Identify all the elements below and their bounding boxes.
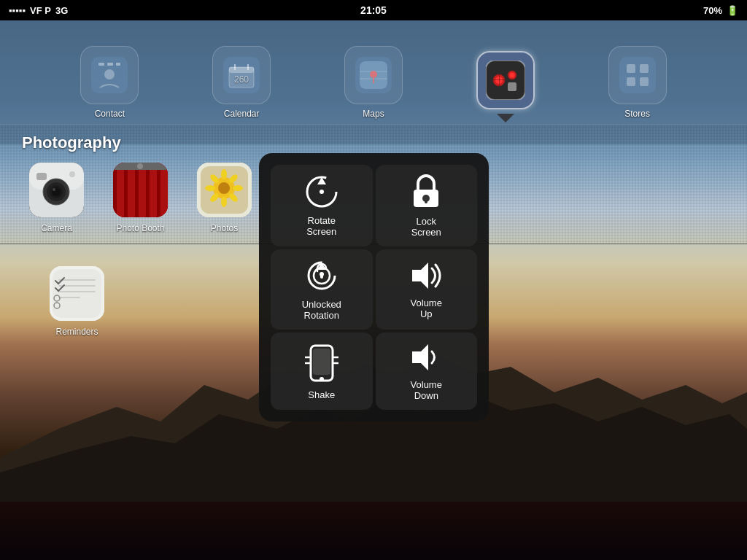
svg-rect-41 xyxy=(69,171,75,177)
svg-marker-74 xyxy=(412,262,428,289)
photos-label: Photos xyxy=(211,223,238,233)
photobooth-folder-icon xyxy=(476,51,535,109)
volume-down-icon xyxy=(408,341,444,373)
qa-shake[interactable]: Shake xyxy=(271,332,373,410)
svg-rect-5 xyxy=(116,63,120,66)
qa-volume-down[interactable]: VolumeDown xyxy=(376,332,478,410)
unlocked-rotation-icon xyxy=(304,258,339,293)
dock-item-stores[interactable]: Stores xyxy=(608,46,667,119)
svg-text:260: 260 xyxy=(234,74,249,85)
lock-screen-icon xyxy=(411,174,441,210)
svg-rect-88 xyxy=(58,297,80,298)
reminders-label: Reminders xyxy=(55,327,98,337)
rotate-screen-label: RotateScreen xyxy=(306,215,336,237)
network-type: 3G xyxy=(55,5,68,16)
lock-screen-label: LockScreen xyxy=(411,216,441,238)
photobooth-app-icon xyxy=(113,163,168,217)
svg-point-77 xyxy=(320,377,324,381)
photobooth-label: Photo Booth xyxy=(116,223,164,233)
reminders-icon xyxy=(50,266,104,321)
svg-rect-85 xyxy=(58,279,96,281)
calendar-label: Calendar xyxy=(224,109,260,119)
camera-label: Camera xyxy=(41,223,72,233)
battery-label: 70% xyxy=(703,5,722,16)
svg-rect-3 xyxy=(98,63,104,66)
svg-rect-46 xyxy=(139,163,146,217)
signal-bars: ▪▪▪▪▪ xyxy=(9,5,26,16)
svg-rect-45 xyxy=(128,163,135,217)
stores-icon-bg xyxy=(608,46,667,104)
folder-apps: Camera Photo Booth xyxy=(22,163,252,233)
svg-rect-4 xyxy=(107,63,113,66)
contact-icon-bg xyxy=(80,46,139,104)
svg-rect-27 xyxy=(619,57,656,93)
qa-unlocked-rotation[interactable]: UnlockedRotation xyxy=(271,249,373,330)
dock-item-maps[interactable]: Maps xyxy=(344,46,403,119)
folder-app-camera[interactable]: Camera xyxy=(29,163,84,233)
dock-item-photobooth-folder[interactable] xyxy=(476,51,535,114)
svg-point-57 xyxy=(205,185,215,191)
unlocked-rotation-label: UnlockedRotation xyxy=(302,299,341,321)
svg-rect-40 xyxy=(36,173,47,180)
svg-rect-23 xyxy=(493,79,505,80)
svg-point-73 xyxy=(320,272,324,276)
status-right: 70% 🔋 xyxy=(703,5,738,16)
camera-app-icon xyxy=(29,163,84,217)
svg-point-56 xyxy=(221,197,227,207)
folder-title: Photography xyxy=(22,133,121,152)
status-left: ▪▪▪▪▪ VF P 3G xyxy=(9,5,68,16)
folder-app-photos[interactable]: Photos xyxy=(197,163,252,233)
svg-rect-31 xyxy=(640,77,649,86)
svg-rect-76 xyxy=(313,349,330,375)
calendar-icon-bg: 260 xyxy=(212,46,271,104)
svg-rect-44 xyxy=(117,163,124,217)
maps-label: Maps xyxy=(363,109,384,119)
rotate-screen-icon xyxy=(304,174,339,209)
shake-icon xyxy=(305,343,338,384)
shake-label: Shake xyxy=(308,389,335,400)
svg-point-39 xyxy=(53,188,55,191)
qa-lock-screen[interactable]: LockScreen xyxy=(376,165,478,246)
selected-indicator-arrow xyxy=(497,114,514,122)
svg-rect-84 xyxy=(53,269,101,318)
folder-app-photobooth[interactable]: Photo Booth xyxy=(113,163,168,233)
contact-label: Contact xyxy=(95,109,125,119)
svg-point-50 xyxy=(137,163,143,169)
svg-point-17 xyxy=(370,71,377,78)
svg-rect-26 xyxy=(508,82,516,91)
status-time: 21:05 xyxy=(360,4,387,16)
svg-marker-82 xyxy=(412,344,428,370)
svg-rect-29 xyxy=(640,64,649,73)
svg-point-6 xyxy=(104,69,115,79)
reminders-app[interactable]: Reminders xyxy=(50,266,104,337)
qa-rotate-screen[interactable]: RotateScreen xyxy=(271,165,373,246)
qa-volume-up[interactable]: VolumeUp xyxy=(376,249,478,330)
dock-item-contact[interactable]: Contact xyxy=(80,46,139,119)
battery-icon: 🔋 xyxy=(727,5,738,16)
svg-rect-47 xyxy=(150,163,157,217)
svg-point-58 xyxy=(233,185,243,191)
carrier-label: VF P xyxy=(30,5,51,16)
svg-point-55 xyxy=(221,169,227,179)
status-bar: ▪▪▪▪▪ VF P 3G 21:05 70% 🔋 xyxy=(0,0,747,20)
svg-point-65 xyxy=(320,190,324,194)
svg-rect-68 xyxy=(425,198,427,203)
svg-rect-9 xyxy=(229,67,254,73)
svg-rect-48 xyxy=(160,163,168,217)
svg-point-25 xyxy=(509,73,514,78)
volume-up-label: VolumeUp xyxy=(411,298,442,319)
quick-actions-popup: RotateScreen LockScreen UnlockedRotation xyxy=(259,153,489,421)
svg-rect-87 xyxy=(58,291,96,292)
volume-down-label: VolumeDown xyxy=(411,379,442,401)
svg-rect-19 xyxy=(486,61,525,100)
stores-label: Stores xyxy=(624,109,650,119)
svg-rect-30 xyxy=(627,77,635,86)
volume-up-icon xyxy=(408,260,444,292)
photos-app-icon xyxy=(197,163,252,217)
maps-icon-bg xyxy=(344,46,403,104)
svg-point-54 xyxy=(218,182,230,194)
dock-item-calendar[interactable]: 260 Calendar xyxy=(212,46,271,119)
svg-rect-28 xyxy=(627,64,635,73)
